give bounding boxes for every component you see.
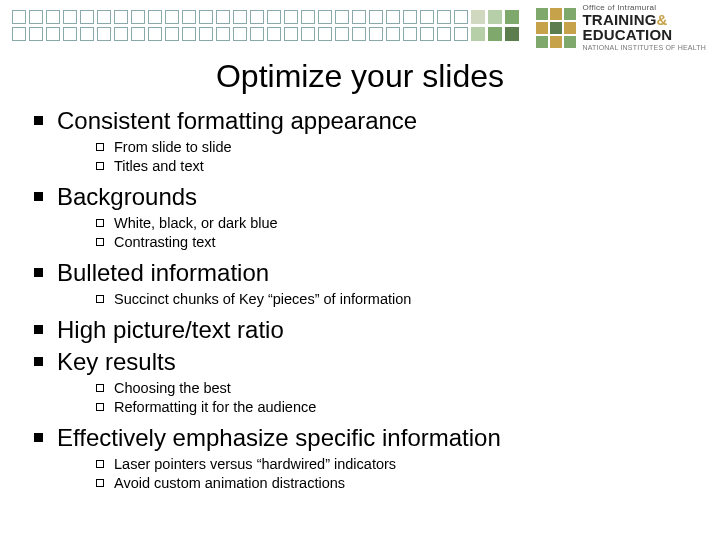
list-item-text: Key results xyxy=(57,347,176,377)
sub-list-item: Reformatting it for the audience xyxy=(96,398,700,417)
bullet-square-icon xyxy=(34,325,43,334)
bullet-square-icon xyxy=(34,357,43,366)
sub-list-item: From slide to slide xyxy=(96,138,700,157)
list-item: Consistent formatting appearance xyxy=(34,106,700,136)
sub-list-item: Avoid custom animation distractions xyxy=(96,474,700,493)
bullet-hollow-square-icon xyxy=(96,295,104,303)
bullet-square-icon xyxy=(34,192,43,201)
sub-list-item-text: Laser pointers versus “hardwired” indica… xyxy=(114,455,396,474)
sub-list-item: Laser pointers versus “hardwired” indica… xyxy=(96,455,700,474)
bullet-hollow-square-icon xyxy=(96,479,104,487)
list-item: Effectively emphasize specific informati… xyxy=(34,423,700,453)
list-item-text: Bulleted information xyxy=(57,258,269,288)
sub-list-item-text: From slide to slide xyxy=(114,138,232,157)
logo-word-education: EDUCATION xyxy=(582,27,706,42)
slide: Office of Intramural TRAINING& EDUCATION… xyxy=(0,0,720,540)
sub-list-item: Succinct chunks of Key “pieces” of infor… xyxy=(96,290,700,309)
sub-list-item: Contrasting text xyxy=(96,233,700,252)
bullet-hollow-square-icon xyxy=(96,143,104,151)
bullet-hollow-square-icon xyxy=(96,384,104,392)
bullet-hollow-square-icon xyxy=(96,162,104,170)
sub-list-item: Choosing the best xyxy=(96,379,700,398)
sub-list: White, black, or dark blueContrasting te… xyxy=(96,214,700,252)
header-decorative-grid xyxy=(12,10,519,41)
bullet-hollow-square-icon xyxy=(96,460,104,468)
logo-icon xyxy=(536,8,576,48)
sub-list-item-text: Choosing the best xyxy=(114,379,231,398)
bullet-hollow-square-icon xyxy=(96,403,104,411)
bullet-hollow-square-icon xyxy=(96,219,104,227)
slide-body: Consistent formatting appearanceFrom sli… xyxy=(34,104,700,499)
logo-title: TRAINING& xyxy=(582,12,706,27)
sub-list-item-text: Contrasting text xyxy=(114,233,216,252)
sub-list: Laser pointers versus “hardwired” indica… xyxy=(96,455,700,493)
sub-list-item-text: White, black, or dark blue xyxy=(114,214,278,233)
sub-list-item: White, black, or dark blue xyxy=(96,214,700,233)
sub-list: From slide to slideTitles and text xyxy=(96,138,700,176)
list-item: Bulleted information xyxy=(34,258,700,288)
logo-subtitle: NATIONAL INSTITUTES OF HEALTH xyxy=(582,44,706,51)
sub-list-item-text: Avoid custom animation distractions xyxy=(114,474,345,493)
sub-list: Succinct chunks of Key “pieces” of infor… xyxy=(96,290,700,309)
bullet-square-icon xyxy=(34,433,43,442)
sub-list-item-text: Titles and text xyxy=(114,157,204,176)
bullet-square-icon xyxy=(34,116,43,125)
sub-list-item: Titles and text xyxy=(96,157,700,176)
sub-list-item-text: Succinct chunks of Key “pieces” of infor… xyxy=(114,290,411,309)
org-logo: Office of Intramural TRAINING& EDUCATION… xyxy=(536,4,706,51)
sub-list-item-text: Reformatting it for the audience xyxy=(114,398,316,417)
bullet-hollow-square-icon xyxy=(96,238,104,246)
list-item: Key results xyxy=(34,347,700,377)
list-item-text: Consistent formatting appearance xyxy=(57,106,417,136)
sub-list: Choosing the bestReformatting it for the… xyxy=(96,379,700,417)
slide-title: Optimize your slides xyxy=(0,58,720,95)
list-item: Backgrounds xyxy=(34,182,700,212)
list-item-text: Effectively emphasize specific informati… xyxy=(57,423,501,453)
list-item-text: Backgrounds xyxy=(57,182,197,212)
list-item: High picture/text ratio xyxy=(34,315,700,345)
list-item-text: High picture/text ratio xyxy=(57,315,284,345)
bullet-square-icon xyxy=(34,268,43,277)
